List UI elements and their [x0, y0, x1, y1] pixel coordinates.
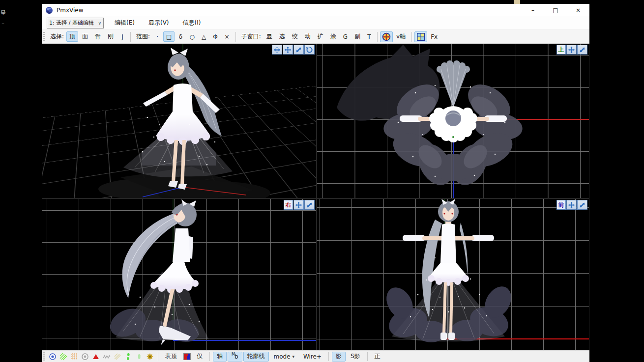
- viewport-front[interactable]: 前: [317, 199, 589, 350]
- range-box-button[interactable]: □: [163, 31, 175, 42]
- separator: [367, 352, 368, 361]
- model-perspective-view: [42, 44, 316, 198]
- toolbar-grip[interactable]: [43, 32, 45, 42]
- viewport-nav-cluster: 右: [284, 200, 315, 210]
- range-label: 范围:: [136, 32, 150, 41]
- pmxview-window: PmxView – □ × 1: 选择 / 基础编辑 ∨ 编辑(E) 显示(V)…: [42, 4, 589, 362]
- titlebar[interactable]: PmxView – □ ×: [42, 4, 589, 16]
- separator: [328, 352, 329, 361]
- subwin-display-button[interactable]: 显: [263, 31, 275, 42]
- quad-view-button[interactable]: [414, 31, 427, 42]
- subwindow-label: 子窗口:: [241, 32, 261, 41]
- viewport-top[interactable]: 上: [317, 44, 589, 198]
- select-rigid-button[interactable]: 刚: [105, 31, 117, 42]
- mb-superscript: M: [232, 352, 235, 357]
- gray-wave-icon[interactable]: [102, 352, 111, 361]
- color-wheel-icon: [382, 32, 391, 41]
- range-delta-button[interactable]: δ: [176, 31, 185, 42]
- range-triangle-button[interactable]: △: [199, 31, 209, 42]
- mb-toggle-button[interactable]: Mb: [228, 352, 242, 362]
- v-axis-button[interactable]: v軸: [393, 31, 409, 42]
- wire-plus-button[interactable]: Wire+: [299, 352, 325, 362]
- normal-toggle-button[interactable]: 正: [371, 352, 384, 362]
- orange-hatch-icon[interactable]: [70, 352, 79, 361]
- menubar: 1: 选择 / 基础编辑 ∨ 编辑(E) 显示(V) 信息(I): [42, 16, 589, 30]
- mode-dropdown[interactable]: mode ▾: [270, 352, 298, 362]
- pan-view-button[interactable]: [272, 45, 282, 55]
- subwin-motion-button[interactable]: 动: [302, 31, 314, 42]
- radio-selected-icon[interactable]: [48, 352, 57, 361]
- color-wheel-button[interactable]: [380, 31, 393, 42]
- move-view-button[interactable]: [293, 200, 304, 210]
- rotate-view-button[interactable]: [304, 45, 315, 55]
- shadow-toggle-button[interactable]: 影: [332, 352, 346, 362]
- subwin-g-button[interactable]: G: [340, 31, 351, 42]
- subwin-t-button[interactable]: T: [364, 31, 374, 42]
- green-joints-icon[interactable]: [124, 352, 133, 361]
- model-front-view: [317, 199, 589, 350]
- viewport-nav-cluster: [272, 45, 315, 55]
- subwin-wind-button[interactable]: 绞: [289, 31, 301, 42]
- red-triangle-icon[interactable]: [91, 352, 100, 361]
- viewport-perspective[interactable]: [42, 44, 316, 198]
- select-bone-button[interactable]: 骨: [92, 31, 104, 42]
- subwin-select-button[interactable]: 选: [276, 31, 288, 42]
- zoom-view-button[interactable]: [577, 45, 587, 55]
- model-right-view: [42, 199, 316, 350]
- top-view-label[interactable]: 上: [556, 45, 566, 55]
- subwin-paint-button[interactable]: 涂: [327, 31, 339, 42]
- outline-toggle-button[interactable]: 轮廓线: [243, 352, 269, 362]
- select-vertex-button[interactable]: 顶: [66, 31, 78, 42]
- subwin-extend-button[interactable]: 扩: [315, 31, 326, 42]
- gold-gear-icon[interactable]: [146, 352, 154, 361]
- viewport-nav-cluster: 前: [556, 200, 587, 210]
- bottombar-grip[interactable]: [43, 352, 45, 362]
- caret-down-icon: ▾: [292, 354, 294, 359]
- range-x-button[interactable]: ×: [222, 31, 233, 42]
- front-view-label[interactable]: 前: [556, 200, 566, 210]
- range-circle-button[interactable]: ○: [186, 31, 197, 42]
- move-view-button[interactable]: [283, 45, 293, 55]
- radio-icon[interactable]: [81, 352, 89, 361]
- move-view-button[interactable]: [566, 45, 577, 55]
- only-button[interactable]: 仅: [193, 352, 206, 362]
- subwin-sub-button[interactable]: 副: [351, 31, 363, 42]
- self-shadow-toggle-button[interactable]: S影: [347, 352, 364, 362]
- viewport-right[interactable]: 右: [42, 199, 316, 350]
- chevron-down-icon: ∨: [98, 21, 101, 26]
- axis-toggle-button[interactable]: 轴: [213, 352, 227, 362]
- separator: [235, 32, 236, 42]
- surface-vertex-button[interactable]: 表顶: [161, 352, 181, 362]
- background-window-sliver: [514, 0, 520, 4]
- range-point-button[interactable]: ·: [152, 31, 162, 42]
- pale-hatch-icon[interactable]: [113, 352, 122, 361]
- viewport-nav-cluster: 上: [556, 45, 587, 55]
- select-joint-button[interactable]: J: [117, 31, 127, 42]
- separator: [377, 32, 378, 42]
- quad-view-icon: [416, 32, 425, 41]
- minimize-button[interactable]: –: [522, 4, 544, 16]
- range-phi-button[interactable]: Φ: [210, 31, 220, 42]
- green-hatch-icon[interactable]: [59, 352, 68, 361]
- close-button[interactable]: ×: [567, 4, 589, 16]
- edit-mode-select[interactable]: 1: 选择 / 基础编辑 ∨: [47, 18, 104, 28]
- viewport-area: 上: [42, 44, 589, 350]
- select-label: 选择:: [50, 32, 64, 41]
- zoom-view-button[interactable]: [577, 200, 587, 210]
- toolbar: 选择: 顶 面 骨 刚 J 范围: · □ δ ○ △ Φ × 子窗口: 显 选…: [42, 30, 589, 44]
- zoom-view-button[interactable]: [304, 200, 315, 210]
- separator: [411, 32, 412, 42]
- zoom-view-button[interactable]: [293, 45, 304, 55]
- background-window-fragment: 呈: [0, 10, 6, 16]
- green-capsule-icon[interactable]: [135, 352, 144, 361]
- menu-info[interactable]: 信息(I): [176, 16, 208, 29]
- menu-edit[interactable]: 编辑(E): [108, 16, 142, 29]
- menu-view[interactable]: 显示(V): [142, 16, 176, 29]
- right-view-label[interactable]: 右: [284, 200, 293, 210]
- maximize-button[interactable]: □: [544, 4, 567, 16]
- select-face-button[interactable]: 面: [79, 31, 91, 42]
- move-view-button[interactable]: [566, 200, 577, 210]
- material-color-icon[interactable]: [182, 352, 191, 361]
- mb-label: b: [234, 353, 238, 360]
- fx-button[interactable]: Fx: [428, 31, 440, 42]
